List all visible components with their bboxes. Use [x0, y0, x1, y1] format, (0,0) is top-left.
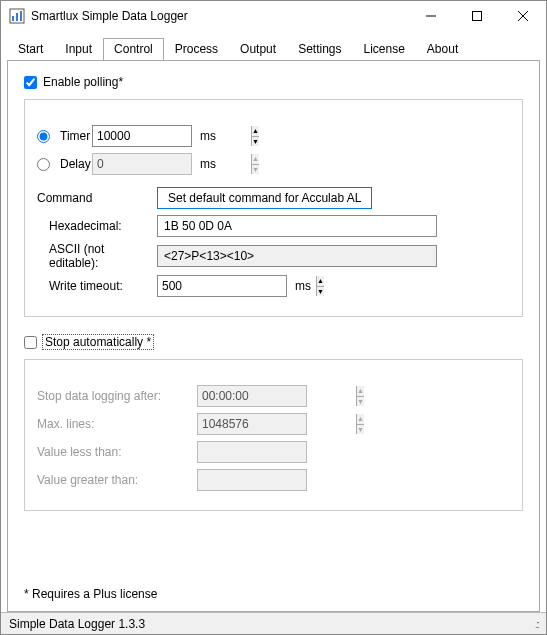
- svg-rect-2: [16, 13, 18, 21]
- ascii-input: [157, 245, 437, 267]
- stop-auto-checkbox[interactable]: Stop automatically *: [24, 335, 523, 349]
- timeout-spinner[interactable]: ▲ ▼: [157, 275, 287, 297]
- maxlines-down-icon: ▼: [357, 425, 364, 435]
- stop-after-up-icon: ▲: [357, 386, 364, 397]
- delay-label: Delay: [60, 157, 91, 171]
- timer-unit: ms: [200, 129, 216, 143]
- polling-group: Timer ▲ ▼ ms Delay ▲ ▼: [24, 99, 523, 317]
- delay-radio[interactable]: Delay: [37, 157, 92, 171]
- timer-up-icon[interactable]: ▲: [252, 126, 259, 137]
- maxlines-label: Max. lines:: [37, 417, 197, 431]
- maximize-button[interactable]: [454, 1, 500, 31]
- value-greater-label: Value greater than:: [37, 473, 197, 487]
- stop-after-spinner: ▲ ▼: [197, 385, 307, 407]
- ascii-label: ASCII (not editable):: [49, 242, 157, 270]
- tab-about[interactable]: About: [416, 38, 469, 61]
- stop-auto-label: Stop automatically *: [43, 335, 153, 349]
- resize-grip-icon[interactable]: .::: [535, 618, 538, 630]
- minimize-button[interactable]: [408, 1, 454, 31]
- svg-rect-1: [12, 16, 14, 21]
- timer-value[interactable]: [93, 126, 251, 146]
- command-label: Command: [37, 191, 157, 205]
- svg-rect-5: [473, 12, 482, 21]
- delay-unit: ms: [200, 157, 216, 171]
- hex-label: Hexadecimal:: [49, 219, 157, 233]
- timeout-unit: ms: [295, 279, 311, 293]
- timeout-down-icon[interactable]: ▼: [317, 287, 324, 297]
- set-default-command-button[interactable]: Set default command for Acculab AL: [157, 187, 372, 209]
- timeout-value[interactable]: [158, 276, 316, 296]
- tabpanel-control: Enable polling* Timer ▲ ▼ ms Delay: [7, 60, 540, 612]
- timeout-label: Write timeout:: [49, 279, 157, 293]
- timeout-up-icon[interactable]: ▲: [317, 276, 324, 287]
- value-greater-input: [197, 469, 307, 491]
- timer-spinner[interactable]: ▲ ▼: [92, 125, 192, 147]
- delay-radio-input[interactable]: [37, 158, 50, 171]
- value-less-input: [197, 441, 307, 463]
- hex-input[interactable]: [157, 215, 437, 237]
- footnote: * Requires a Plus license: [24, 587, 157, 601]
- delay-down-icon: ▼: [252, 165, 259, 175]
- maxlines-value: [198, 414, 356, 434]
- window-title: Smartlux Simple Data Logger: [31, 9, 408, 23]
- tab-settings[interactable]: Settings: [287, 38, 352, 61]
- tab-start[interactable]: Start: [7, 38, 54, 61]
- status-text: Simple Data Logger 1.3.3: [9, 617, 145, 631]
- tab-license[interactable]: License: [352, 38, 415, 61]
- stop-after-label: Stop data logging after:: [37, 389, 197, 403]
- enable-polling-label: Enable polling*: [43, 75, 123, 89]
- enable-polling-checkbox[interactable]: Enable polling*: [24, 75, 523, 89]
- close-button[interactable]: [500, 1, 546, 31]
- maxlines-up-icon: ▲: [357, 414, 364, 425]
- tabstrip: Start Input Control Process Output Setti…: [1, 31, 546, 60]
- tab-process[interactable]: Process: [164, 38, 229, 61]
- enable-polling-input[interactable]: [24, 76, 37, 89]
- delay-value: [93, 154, 251, 174]
- tab-input[interactable]: Input: [54, 38, 103, 61]
- svg-rect-3: [20, 11, 22, 21]
- timer-radio-input[interactable]: [37, 130, 50, 143]
- titlebar: Smartlux Simple Data Logger: [1, 1, 546, 31]
- timer-down-icon[interactable]: ▼: [252, 137, 259, 147]
- timer-radio[interactable]: Timer: [37, 129, 92, 143]
- timer-label: Timer: [60, 129, 90, 143]
- stop-after-value: [198, 386, 356, 406]
- delay-spinner: ▲ ▼: [92, 153, 192, 175]
- value-less-label: Value less than:: [37, 445, 197, 459]
- app-icon: [9, 8, 25, 24]
- stop-group: Stop data logging after: ▲ ▼ Max. lines:…: [24, 359, 523, 511]
- delay-up-icon: ▲: [252, 154, 259, 165]
- stop-auto-input[interactable]: [24, 336, 37, 349]
- statusbar: Simple Data Logger 1.3.3 .::: [1, 612, 546, 634]
- tab-output[interactable]: Output: [229, 38, 287, 61]
- tab-control[interactable]: Control: [103, 38, 164, 61]
- stop-after-down-icon: ▼: [357, 397, 364, 407]
- maxlines-spinner: ▲ ▼: [197, 413, 307, 435]
